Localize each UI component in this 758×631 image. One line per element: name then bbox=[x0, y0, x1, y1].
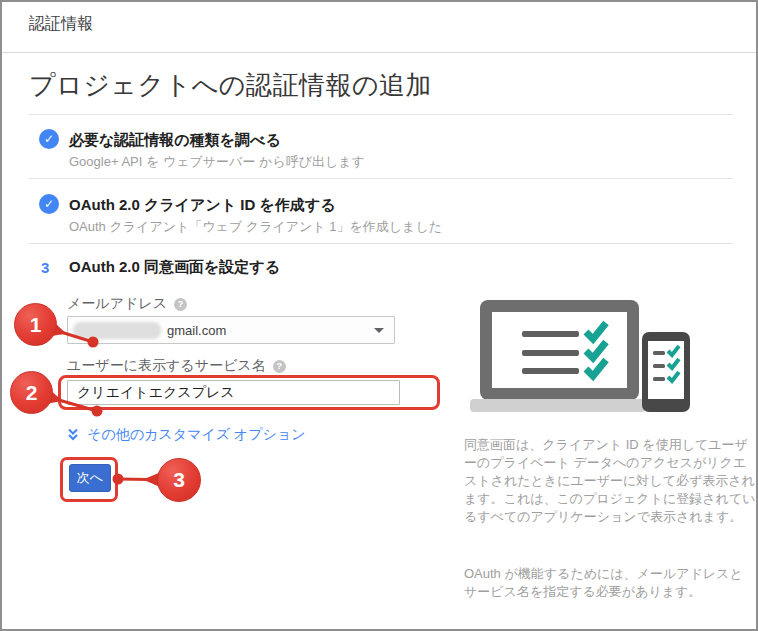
step3-number: 3 bbox=[41, 259, 49, 276]
annotation-badge-1: 1 bbox=[14, 303, 57, 346]
service-label-row: ユーザーに表示するサービス名 ? bbox=[67, 357, 286, 375]
check-glyph: ✓ bbox=[44, 132, 54, 146]
step1-check-icon: ✓ bbox=[39, 129, 59, 149]
annotation-badge-2: 2 bbox=[10, 371, 53, 414]
help-glyph: ? bbox=[178, 299, 184, 309]
step1-subtitle: Google+ API を ウェブサーバー から呼び出します bbox=[69, 153, 365, 171]
next-button[interactable]: 次へ bbox=[69, 464, 111, 492]
step2-subtitle: OAuth クライアント「ウェブ クライアント 1」を作成しました bbox=[69, 218, 442, 236]
email-visible-text: gmail.com bbox=[167, 323, 226, 338]
more-options-link[interactable]: その他のカスタマイズ オプション bbox=[67, 426, 305, 444]
service-name-label: ユーザーに表示するサービス名 bbox=[67, 357, 266, 375]
step2-check-icon: ✓ bbox=[39, 194, 59, 214]
consent-screen-description: 同意画面は、クライアント ID を使用してユーザーのプライベート データへのアク… bbox=[464, 436, 756, 526]
help-icon[interactable]: ? bbox=[174, 298, 187, 311]
page-header-title: 認証情報 bbox=[29, 14, 93, 35]
step3-title: OAuth 2.0 同意画面を設定する bbox=[69, 258, 280, 277]
help-glyph: ? bbox=[276, 361, 282, 371]
email-select[interactable]: gmail.com bbox=[67, 316, 395, 344]
oauth-requirement-note: OAuth が機能するためには、メールアドレスとサービス名を指定する必要がありま… bbox=[464, 565, 756, 601]
email-label-row: メールアドレス ? bbox=[67, 295, 187, 313]
email-label: メールアドレス bbox=[67, 295, 167, 313]
consent-screen-checklist-illustration bbox=[462, 295, 752, 420]
step1-title: 必要な認証情報の種類を調べる bbox=[69, 131, 281, 150]
annotation-badge-3: 3 bbox=[157, 458, 201, 502]
credentials-wizard-page: 認証情報 プロジェクトへの認証情報の追加 ✓ 必要な認証情報の種類を調べる Go… bbox=[0, 0, 758, 631]
page-title: プロジェクトへの認証情報の追加 bbox=[29, 68, 432, 103]
divider bbox=[29, 114, 733, 115]
divider bbox=[29, 178, 733, 179]
header-divider bbox=[2, 52, 756, 53]
step2-title: OAuth 2.0 クライアント ID を作成する bbox=[69, 196, 336, 215]
divider bbox=[29, 243, 733, 244]
help-icon[interactable]: ? bbox=[273, 360, 286, 373]
check-glyph: ✓ bbox=[44, 197, 54, 211]
service-name-input[interactable] bbox=[67, 380, 400, 405]
double-chevron-down-icon bbox=[67, 428, 79, 442]
dropdown-arrow-icon bbox=[374, 328, 384, 333]
more-options-label: その他のカスタマイズ オプション bbox=[87, 426, 305, 444]
redacted-email-username bbox=[73, 322, 161, 339]
